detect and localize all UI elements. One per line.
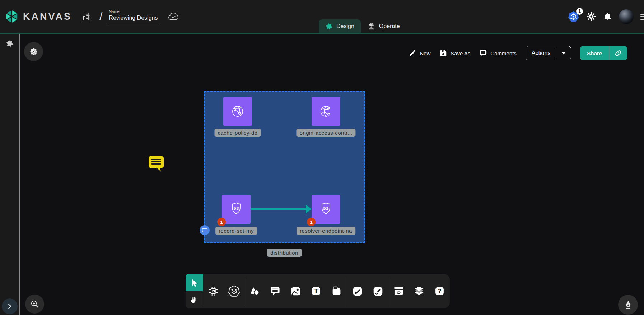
tool-shapes[interactable] bbox=[244, 274, 265, 308]
actions-label[interactable]: Actions bbox=[526, 46, 556, 60]
breadcrumb-separator: / bbox=[99, 10, 102, 23]
tool-select-cursor[interactable] bbox=[186, 274, 203, 291]
tool-archive-drawer[interactable] bbox=[388, 274, 409, 308]
share-label[interactable]: Share bbox=[580, 46, 609, 60]
design-flower-icon bbox=[325, 23, 333, 30]
pencil-scribble-icon bbox=[372, 286, 384, 297]
actions-split-button[interactable]: Actions bbox=[526, 46, 571, 60]
route53-shield-icon: 53 bbox=[318, 201, 334, 218]
tool-layers[interactable] bbox=[409, 274, 429, 308]
zoom-in-button[interactable] bbox=[25, 295, 44, 314]
organization-icon[interactable] bbox=[82, 11, 92, 22]
node-cache-policy-box[interactable] bbox=[223, 97, 252, 126]
chevron-right-icon bbox=[6, 303, 13, 310]
app-header: KANVAS / bbox=[0, 0, 644, 34]
pencil-icon bbox=[409, 49, 416, 57]
issue-badge[interactable]: 1 bbox=[307, 218, 316, 226]
canvas-settings-button[interactable] bbox=[24, 42, 43, 61]
node-resolver-endpoint-box[interactable]: 53 bbox=[312, 195, 340, 224]
operator-headset-icon bbox=[367, 22, 375, 31]
tool-comment[interactable] bbox=[265, 274, 285, 308]
share-split-button[interactable]: Share bbox=[580, 46, 627, 60]
node-cache-policy[interactable]: cache-policy-dd bbox=[223, 97, 252, 126]
design-name-input[interactable] bbox=[109, 15, 160, 24]
selection-group-distribution[interactable]: cache-policy-dd bbox=[204, 91, 365, 243]
node-label: resolver-endpoint-na bbox=[297, 227, 355, 235]
mode-tabs: Design Operate bbox=[319, 19, 406, 33]
edge-pen-icon bbox=[352, 286, 363, 297]
kubernetes-wheel-icon bbox=[228, 285, 240, 297]
hand-icon bbox=[190, 295, 199, 304]
caret-down-icon bbox=[561, 51, 566, 55]
kanvas-app: KANVAS / bbox=[0, 0, 644, 315]
sidebar-expand-button[interactable] bbox=[2, 298, 18, 314]
comments-icon bbox=[479, 49, 487, 57]
tool-text[interactable]: T bbox=[306, 274, 326, 308]
brand-logo: KANVAS bbox=[4, 9, 72, 24]
image-icon bbox=[290, 286, 302, 297]
node-origin-access-box[interactable] bbox=[312, 97, 340, 126]
copy-link-button[interactable] bbox=[609, 46, 627, 60]
pen-tool-button[interactable] bbox=[618, 295, 638, 315]
globe-meridian-icon bbox=[318, 103, 334, 120]
tool-edge-pen[interactable] bbox=[347, 274, 368, 308]
node-resolver-endpoint[interactable]: 53 1 resolver-endpoint-na bbox=[312, 195, 340, 224]
tool-freehand-pencil[interactable] bbox=[368, 274, 388, 308]
new-button[interactable]: New bbox=[409, 49, 430, 57]
sticky-note-icon bbox=[331, 286, 342, 297]
svg-text:53: 53 bbox=[323, 206, 328, 211]
tool-sticky-note[interactable] bbox=[326, 274, 347, 308]
comments-button[interactable]: Comments bbox=[479, 49, 517, 57]
tab-operate[interactable]: Operate bbox=[361, 19, 406, 33]
user-avatar[interactable] bbox=[619, 9, 634, 24]
globe-network-icon bbox=[229, 103, 246, 120]
layers-icon bbox=[413, 285, 425, 297]
actions-dropdown-toggle[interactable] bbox=[556, 46, 571, 60]
settings-gear-icon[interactable] bbox=[586, 11, 596, 22]
tool-component-chip[interactable] bbox=[203, 274, 224, 308]
tool-kubernetes[interactable] bbox=[224, 274, 244, 308]
sidebar-flower-icon[interactable] bbox=[6, 40, 14, 47]
tab-operate-label: Operate bbox=[379, 23, 400, 29]
help-icon: ? bbox=[434, 286, 445, 297]
node-record-set-box[interactable]: 53 bbox=[222, 195, 251, 224]
design-name-field: Name bbox=[109, 9, 160, 24]
node-origin-access-control[interactable]: origin-access-contr... bbox=[312, 97, 340, 126]
save-as-label: Save As bbox=[451, 50, 470, 56]
route53-shield-icon: 53 bbox=[228, 201, 244, 218]
cloud-sync-status-icon bbox=[168, 12, 179, 21]
menu-hamburger-icon[interactable] bbox=[640, 14, 644, 20]
group-label-distribution: distribution bbox=[267, 249, 302, 257]
tool-help[interactable]: ? bbox=[429, 274, 450, 308]
comment-marker-icon[interactable] bbox=[148, 155, 164, 173]
header-right: 1 bbox=[568, 0, 644, 33]
notifications-bell-icon[interactable] bbox=[603, 12, 612, 21]
node-label: cache-policy-dd bbox=[214, 129, 261, 137]
header-left: KANVAS / bbox=[4, 0, 179, 33]
text-tool-icon: T bbox=[311, 286, 322, 297]
left-sidebar bbox=[0, 34, 20, 315]
magnifier-plus-icon bbox=[30, 299, 39, 309]
tab-design[interactable]: Design bbox=[319, 19, 361, 33]
cursor-arrow-icon bbox=[190, 278, 199, 287]
hexagon-logo-icon bbox=[4, 9, 19, 24]
kubernetes-status-button[interactable]: 1 bbox=[568, 11, 579, 23]
chip-icon bbox=[207, 285, 219, 297]
tool-image[interactable] bbox=[285, 274, 306, 308]
bottom-toolbar: T bbox=[186, 274, 450, 308]
save-as-button[interactable]: Save As bbox=[439, 49, 470, 57]
shapes-icon bbox=[249, 286, 260, 297]
issue-badge[interactable]: 1 bbox=[217, 218, 226, 226]
node-label: record-set-my bbox=[215, 227, 257, 235]
link-icon bbox=[614, 49, 622, 57]
svg-text:T: T bbox=[314, 288, 318, 295]
selection-group-handle[interactable] bbox=[199, 225, 210, 236]
node-label: origin-access-contr... bbox=[296, 129, 355, 137]
comment-bubble-icon bbox=[270, 286, 280, 296]
design-canvas[interactable]: cache-policy-dd bbox=[20, 34, 644, 315]
comments-label: Comments bbox=[490, 50, 517, 56]
tool-pan-hand[interactable] bbox=[186, 291, 203, 309]
floppy-disk-icon bbox=[439, 49, 447, 57]
node-record-set[interactable]: 53 1 record-set-my bbox=[222, 195, 251, 224]
tab-design-label: Design bbox=[336, 23, 354, 29]
